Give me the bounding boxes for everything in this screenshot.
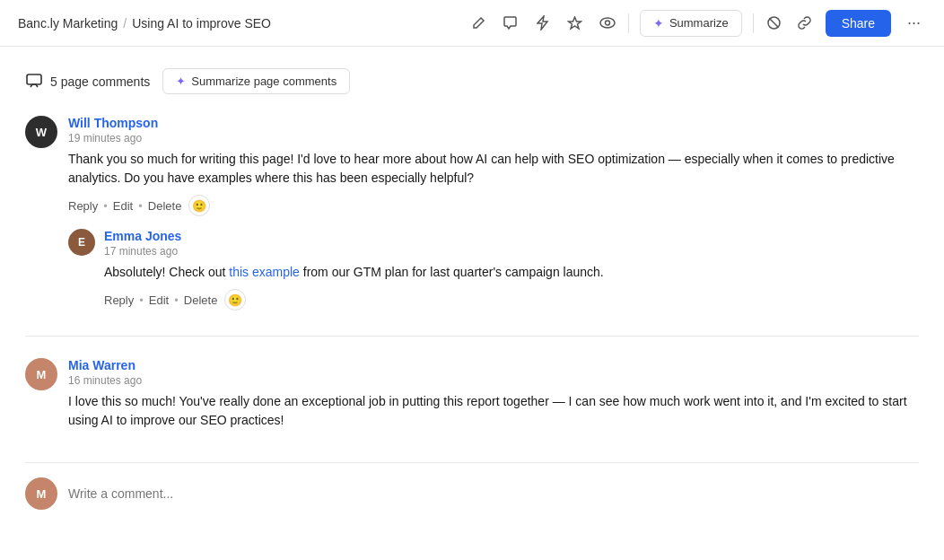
- edit-button-will[interactable]: Edit: [113, 199, 133, 213]
- breadcrumb-current: Using AI to improve SEO: [132, 16, 271, 31]
- svg-line-3: [770, 19, 779, 28]
- edit-button-emma[interactable]: Edit: [149, 293, 169, 307]
- comment-mia: M Mia Warren 16 minutes ago I love this …: [25, 358, 919, 437]
- summarize-button[interactable]: ✦ Summarize: [640, 10, 742, 37]
- edit-icon[interactable]: [468, 13, 488, 33]
- reply-text-after-link: from our GTM plan for last quarter's cam…: [300, 265, 604, 279]
- eye-icon[interactable]: [598, 13, 617, 33]
- reply-text-before-link: Absolutely! Check out: [104, 265, 229, 279]
- comment-author-will[interactable]: Will Thompson: [68, 116, 158, 130]
- emoji-reaction-emma[interactable]: 🙂: [224, 289, 246, 311]
- comment-author-emma[interactable]: Emma Jones: [104, 229, 181, 243]
- summarize-label: Summarize: [669, 16, 729, 30]
- thread-separator: [25, 336, 919, 337]
- toolbar-icons: [468, 13, 617, 33]
- breadcrumb-separator: /: [123, 16, 127, 31]
- avatar-current-user: M: [25, 477, 57, 510]
- comment-thread-mia: M Mia Warren 16 minutes ago I love this …: [25, 358, 919, 437]
- comment-text-emma: Absolutely! Check out this example from …: [104, 263, 919, 282]
- comment-will: W Will Thompson 19 minutes ago Thank you…: [25, 116, 919, 216]
- reply-emma: E Emma Jones 17 minutes ago Absolutely! …: [68, 229, 919, 311]
- write-comment-area: M: [25, 462, 919, 510]
- comment-body-will: Will Thompson 19 minutes ago Thank you s…: [68, 116, 919, 216]
- delete-button-will[interactable]: Delete: [148, 199, 182, 213]
- reply-button-will[interactable]: Reply: [68, 199, 98, 213]
- more-options-button[interactable]: ···: [902, 12, 926, 34]
- bolt-icon[interactable]: [533, 13, 553, 33]
- svg-rect-4: [27, 74, 41, 84]
- summarize-comments-sparkle-icon: ✦: [176, 74, 186, 88]
- toolbar-divider: [628, 13, 629, 33]
- replies-will: E Emma Jones 17 minutes ago Absolutely! …: [68, 229, 919, 311]
- reply-link[interactable]: this example: [229, 265, 300, 279]
- comment-actions-emma: Reply • Edit • Delete 🙂: [104, 289, 919, 311]
- comment-text-will: Thank you so much for writing this page!…: [68, 150, 919, 188]
- comment-text-mia: I love this so much! You've really done …: [68, 392, 919, 430]
- comment-icon[interactable]: [501, 13, 520, 33]
- svg-point-0: [600, 18, 615, 28]
- comments-header: 5 page comments ✦ Summarize page comment…: [25, 68, 919, 94]
- top-header: Banc.ly Marketing / Using AI to improve …: [0, 0, 944, 47]
- reply-button-emma[interactable]: Reply: [104, 293, 134, 307]
- no-icon[interactable]: [765, 13, 784, 33]
- comment-actions-will: Reply • Edit • Delete 🙂: [68, 195, 919, 216]
- summarize-sparkle-icon: ✦: [653, 16, 664, 31]
- main-content: 5 page comments ✦ Summarize page comment…: [0, 47, 944, 531]
- header-actions: ✦ Summarize Share ···: [468, 10, 926, 37]
- comment-thread-will: W Will Thompson 19 minutes ago Thank you…: [25, 116, 919, 311]
- comments-count-label: 5 page comments: [50, 74, 150, 89]
- avatar-emma: E: [68, 229, 95, 256]
- summarize-comments-label: Summarize page comments: [191, 74, 337, 88]
- breadcrumb-root[interactable]: Banc.ly Marketing: [18, 16, 118, 31]
- share-button[interactable]: Share: [826, 10, 891, 37]
- comment-author-mia[interactable]: Mia Warren: [68, 358, 135, 372]
- comments-count-group: 5 page comments: [25, 73, 150, 91]
- avatar-mia: M: [25, 358, 57, 390]
- star-icon[interactable]: [565, 13, 585, 33]
- toolbar-divider-2: [753, 13, 754, 33]
- comment-time-mia: 16 minutes ago: [68, 374, 919, 387]
- comment-time-will: 19 minutes ago: [68, 132, 919, 144]
- comment-body-emma: Emma Jones 17 minutes ago Absolutely! Ch…: [104, 229, 919, 311]
- svg-point-1: [605, 21, 609, 25]
- emoji-reaction-will[interactable]: 🙂: [188, 195, 210, 216]
- delete-button-emma[interactable]: Delete: [184, 293, 218, 307]
- comment-bubble-icon: [25, 73, 43, 91]
- comment-body-mia: Mia Warren 16 minutes ago I love this so…: [68, 358, 919, 437]
- breadcrumb: Banc.ly Marketing / Using AI to improve …: [18, 16, 271, 31]
- link-icon[interactable]: [795, 13, 815, 33]
- comment-time-emma: 17 minutes ago: [104, 245, 919, 258]
- summarize-comments-button[interactable]: ✦ Summarize page comments: [162, 68, 350, 94]
- avatar-will: W: [25, 116, 57, 148]
- write-comment-input[interactable]: [68, 486, 919, 501]
